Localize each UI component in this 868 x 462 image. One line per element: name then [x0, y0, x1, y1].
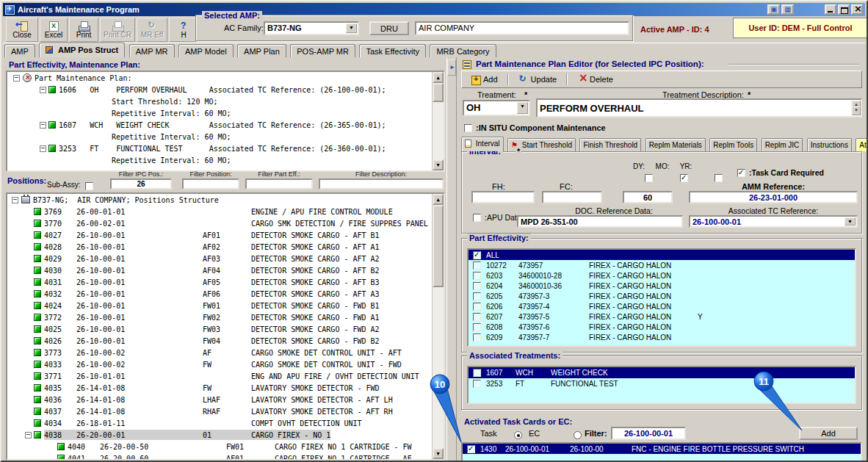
filter-ipc-input[interactable]: 26: [110, 178, 172, 190]
scrollbar-thumb[interactable]: [433, 205, 444, 287]
task-card-required-checkbox[interactable]: [737, 169, 745, 177]
part-effectivity-row[interactable]: 6205 473957-3 FIREX - CARGO HALON: [469, 291, 855, 301]
scroll-up-icon[interactable]: [433, 72, 444, 83]
editor-tab[interactable]: Replm Materials: [645, 138, 706, 151]
editor-tab[interactable]: Replm Tools: [709, 138, 757, 151]
plan-tree-node[interactable]: Repetitive Interval: 60 MO;: [7, 131, 444, 142]
amm-reference-field[interactable]: 26-23-01-000: [689, 191, 858, 203]
subassy-checkbox[interactable]: [85, 182, 93, 190]
mo-checkbox[interactable]: [680, 174, 688, 182]
plan-tree-node[interactable]: Repetitive Interval: 60 MO;: [7, 107, 444, 119]
position-row[interactable]: 377326-10-00-02AFCARGO SMOKE DET CONTROL…: [7, 347, 444, 358]
chevron-down-icon[interactable]: [517, 102, 528, 114]
main-tab[interactable]: AMP MR: [129, 44, 175, 57]
row-checkbox[interactable]: [473, 292, 481, 300]
position-row[interactable]: 403326-10-00-02FWCARGO SMOKE DET CONTROL…: [7, 358, 444, 370]
mr-eff-button[interactable]: MR Eff: [137, 18, 167, 42]
row-checkbox[interactable]: [473, 313, 481, 321]
editor-tab[interactable]: Finish Threshold: [579, 138, 641, 151]
collapse-icon[interactable]: [40, 145, 46, 152]
print-button[interactable]: Print: [69, 18, 98, 42]
row-checkbox[interactable]: [473, 380, 481, 388]
excel-button[interactable]: Excel: [40, 18, 68, 42]
scrollbar-thumb[interactable]: [433, 83, 444, 102]
plan-scrollbar[interactable]: [432, 72, 444, 170]
position-row[interactable]: 377126-10-01-01ENG AND APU FIRE / OVHT D…: [7, 370, 444, 382]
dru-button[interactable]: DRU: [369, 21, 409, 35]
main-tab[interactable]: AMP Pos Struct: [39, 43, 125, 57]
row-checkbox[interactable]: [467, 445, 475, 453]
position-row[interactable]: 376926-00-01-01ENGINE / APU FIRE CONTROL…: [7, 206, 444, 217]
main-tab[interactable]: MRB Category: [430, 44, 496, 57]
collapse-icon[interactable]: [40, 122, 46, 129]
plan-root-node[interactable]: Part Maintenance Plan:: [7, 72, 444, 84]
row-checkbox[interactable]: [473, 282, 481, 290]
titlebar-panels-icon[interactable]: [781, 4, 794, 15]
collapse-icon[interactable]: [25, 432, 32, 438]
panel-splitter[interactable]: [446, 57, 457, 461]
position-row[interactable]: 404026-20-00-50FW01CARGO FIREX NO 1 CART…: [7, 441, 444, 452]
filter-part-eff-input[interactable]: [245, 178, 313, 190]
titlebar-layout-icon[interactable]: [767, 4, 780, 15]
position-row[interactable]: 403526-14-01-08FWLAVATORY SMOKE DETECTOR…: [7, 382, 444, 394]
close-window-button[interactable]: [851, 4, 863, 15]
restore-button[interactable]: [838, 4, 850, 15]
collapse-icon[interactable]: [12, 197, 18, 203]
part-effectivity-row[interactable]: 6207 473957-5 FIREX - CARGO HALON Y: [469, 311, 855, 322]
row-checkbox[interactable]: [473, 369, 481, 377]
doc-reference-field[interactable]: MPD 26-351-00: [517, 215, 683, 228]
minimize-button[interactable]: [825, 4, 836, 15]
delete-treatment-button[interactable]: Delete: [571, 72, 619, 87]
scroll-down-icon[interactable]: [433, 448, 444, 459]
editor-tab[interactable]: Instructions: [807, 138, 852, 151]
help-button[interactable]: H: [169, 18, 198, 42]
collapse-panel-button[interactable]: [447, 59, 456, 76]
position-row[interactable]: 403126-10-00-01AF05DETECTOR SMOKE CARGO …: [7, 276, 444, 288]
positions-root-node[interactable]: B737-NG; AIR COMPANY; Positions Structur…: [7, 194, 444, 206]
add-task-card-button[interactable]: Add: [799, 427, 858, 440]
plan-tree-node[interactable]: 1607 WCH WEIGHT CHECK Associated TC Refe…: [7, 119, 444, 131]
position-row[interactable]: 403426-18-01-11COMPT OVHT DETECTION UNIT: [7, 417, 444, 429]
yr-checkbox[interactable]: [715, 174, 723, 182]
plan-tree-node[interactable]: 1606 OH PERFORM OVERHAUL Associated TC R…: [7, 84, 444, 95]
print-cr-button[interactable]: Print CR: [100, 18, 135, 42]
close-button[interactable]: Close: [6, 18, 38, 42]
position-row[interactable]: 377026-00-02-01CARGO SMK DETECTION / FIR…: [7, 217, 444, 229]
position-row[interactable]: 403626-14-01-08LHAFLAVATORY SMOKE DETECT…: [7, 394, 444, 405]
filter-description-input[interactable]: [319, 178, 444, 190]
task-cards-list[interactable]: 1430 26-100-00-01 26-100-00 FNC - ENGINE…: [461, 442, 862, 462]
part-effectivity-list[interactable]: ALL 10272 473957 FIREX - CARGO HALON 620…: [467, 248, 856, 347]
part-effectivity-row[interactable]: 6208 473957-6 FIREX - CARGO HALON: [469, 322, 855, 332]
main-tab[interactable]: AMP Plan: [237, 44, 286, 57]
row-checkbox[interactable]: [473, 333, 481, 342]
main-tab[interactable]: AMP: [4, 44, 35, 57]
update-treatment-button[interactable]: Update: [513, 72, 563, 87]
positions-tree[interactable]: B737-NG; AIR COMPANY; Positions Structur…: [6, 192, 445, 461]
position-row[interactable]: 403226-10-00-01AF06DETECTOR SMOKE CARGO …: [7, 288, 444, 300]
chevron-down-icon[interactable]: [346, 24, 357, 33]
collapse-icon[interactable]: [13, 75, 20, 82]
part-effectivity-row[interactable]: 6209 473957-7 FIREX - CARGO HALON: [469, 332, 855, 342]
chevron-down-icon[interactable]: [845, 217, 856, 225]
part-effectivity-row[interactable]: 6204 34600010-36 FIREX - CARGO HALON: [469, 281, 855, 291]
add-treatment-button[interactable]: Add: [465, 72, 504, 87]
ec-radio[interactable]: [574, 431, 582, 439]
ac-family-combo[interactable]: B737-NG: [264, 21, 359, 35]
task-filter-input[interactable]: 26-100-00-01: [611, 427, 686, 440]
position-row[interactable]: 377226-10-00-01FW02DETECTOR SMOKE CARGO …: [7, 311, 444, 323]
position-row[interactable]: 404126-20-00-60AF01CARGO FIREX NO 1 CART…: [7, 452, 444, 461]
editor-tab[interactable]: Interval: [461, 137, 504, 151]
maintenance-plan-tree[interactable]: Part Maintenance Plan: 1606 OH PERFORM O…: [6, 71, 445, 172]
part-effectivity-row[interactable]: 10272 473957 FIREX - CARGO HALON: [469, 260, 855, 270]
row-checkbox[interactable]: [473, 303, 481, 311]
dy-checkbox[interactable]: [645, 174, 653, 182]
filter-position-input[interactable]: [182, 178, 239, 190]
fc-input[interactable]: [542, 191, 602, 203]
position-row[interactable]: 403026-10-00-01AF04DETECTOR SMOKE CARGO …: [7, 264, 444, 276]
position-row[interactable]: 402926-10-00-01AF03DETECTOR SMOKE CARGO …: [7, 253, 444, 264]
position-row[interactable]: 403826-20-00-0101CARGO FIREX - NO 1: [7, 429, 444, 441]
associated-treatment-row[interactable]: 3253 FT FUNCTIONAL TEST: [469, 378, 855, 389]
treatment-combo[interactable]: OH: [463, 100, 530, 116]
scroll-down-icon[interactable]: [433, 159, 444, 170]
associated-treatments-list[interactable]: 1607 WCH WEIGHT CHECK 3253 FT FUNCTIONAL…: [467, 366, 856, 404]
